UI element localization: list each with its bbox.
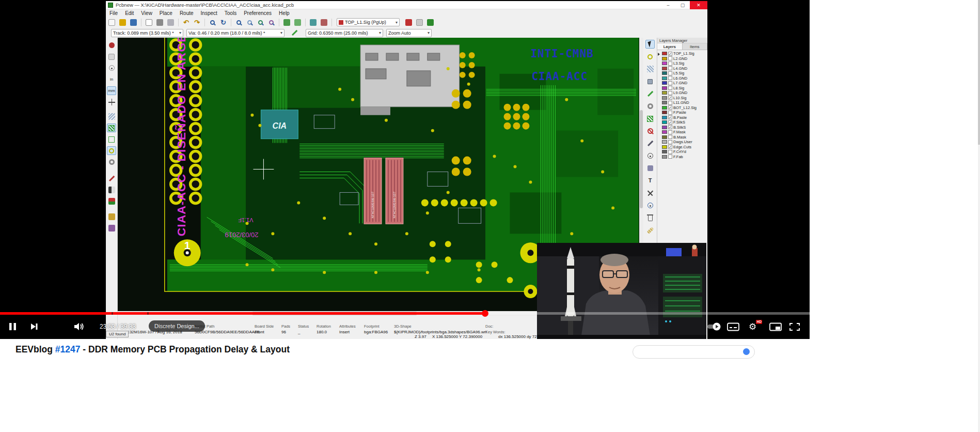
minimize-button[interactable]: –: [661, 1, 675, 9]
add-keepout-tool-icon[interactable]: [645, 127, 655, 135]
layer-color-swatch[interactable]: [662, 67, 667, 70]
redo-button[interactable]: ↷: [192, 18, 202, 27]
layer-row[interactable]: L6.GND: [657, 76, 707, 81]
menu-file[interactable]: File: [106, 10, 121, 16]
zoom-out-button[interactable]: [245, 18, 255, 27]
units-inches-button[interactable]: in: [107, 75, 116, 84]
layer-row[interactable]: L5.Sig: [657, 71, 707, 76]
layer-row[interactable]: L2.GND: [657, 56, 707, 61]
find-button[interactable]: [208, 18, 217, 27]
layer-color-swatch[interactable]: [662, 120, 667, 124]
layer-visibility-checkbox[interactable]: [668, 56, 672, 60]
maximize-button[interactable]: ▢: [675, 1, 690, 9]
layer-visibility-checkbox[interactable]: ✓: [668, 145, 672, 149]
menu-inspect[interactable]: Inspect: [197, 10, 221, 16]
board-setup-button[interactable]: [144, 18, 154, 27]
layer-row[interactable]: L11.GND: [657, 100, 707, 105]
local-ratsnest-tool-icon[interactable]: [645, 65, 655, 73]
active-layer-dropdown[interactable]: TOP_L1.Sig (PgUp) ▾: [337, 18, 400, 26]
layer-row[interactable]: F.Mask: [657, 130, 707, 135]
grid-origin-tool-icon[interactable]: [645, 201, 655, 210]
layer-visibility-checkbox[interactable]: [668, 71, 672, 75]
menu-preferences[interactable]: Preferences: [240, 10, 275, 16]
footprint-browser-button[interactable]: [293, 18, 303, 27]
add-via-tool-icon[interactable]: [645, 102, 655, 111]
layer-row[interactable]: L4.GND: [657, 66, 707, 71]
video-progress-bar[interactable]: [0, 312, 810, 315]
layer-visibility-checkbox[interactable]: ✓: [668, 96, 672, 100]
high-contrast-toggle-icon[interactable]: [107, 186, 116, 194]
layer-color-swatch[interactable]: [662, 140, 667, 144]
layers-manager-title[interactable]: Layers Manager: [657, 38, 707, 43]
layer-color-swatch[interactable]: [662, 91, 667, 95]
add-target-tool-icon[interactable]: [645, 151, 655, 160]
microwave-tools-icon[interactable]: [107, 212, 116, 221]
layer-visibility-checkbox[interactable]: ✓: [668, 115, 672, 119]
measure-tool-icon[interactable]: [645, 226, 655, 235]
open-board-button[interactable]: [118, 18, 128, 27]
layer-visibility-checkbox[interactable]: [668, 130, 672, 134]
units-mm-button[interactable]: mm: [107, 86, 116, 95]
layer-visibility-checkbox[interactable]: ✓: [668, 120, 672, 125]
autoplay-toggle[interactable]: [707, 322, 721, 333]
kicad-titlebar[interactable]: Pcbnew — X:\KiCAD\Hardware-master\PCB\AC…: [106, 1, 707, 9]
layer-visibility-checkbox[interactable]: [668, 81, 672, 85]
floating-pill[interactable]: [633, 345, 755, 359]
layer-visibility-checkbox[interactable]: [668, 150, 672, 154]
layer-visibility-checkbox[interactable]: [668, 101, 672, 105]
refresh-button[interactable]: ↻: [218, 18, 228, 27]
zone-display-toggle-icon[interactable]: [107, 124, 116, 132]
layers-pair-icon[interactable]: [107, 197, 116, 206]
plot-button[interactable]: [155, 18, 165, 27]
layer-row[interactable]: ✓L10.Sig: [657, 96, 707, 101]
print-button[interactable]: [166, 18, 176, 27]
menu-tools[interactable]: Tools: [221, 10, 240, 16]
new-board-button[interactable]: [107, 18, 117, 27]
layer-visibility-checkbox[interactable]: ✓: [668, 105, 672, 110]
layer-row[interactable]: ✓Edge.Cuts: [657, 145, 707, 150]
zoom-level-dropdown[interactable]: Zoom Auto▾: [386, 29, 432, 37]
3d-viewer-button[interactable]: [425, 18, 435, 27]
layer-row[interactable]: L8.Sig: [657, 86, 707, 91]
via-sketch-toggle-icon[interactable]: [107, 158, 116, 166]
layer-visibility-checkbox[interactable]: [668, 135, 672, 139]
drc-toggle-icon[interactable]: [107, 41, 116, 50]
layer-color-swatch[interactable]: [662, 96, 667, 100]
layer-color-swatch[interactable]: [662, 155, 667, 159]
tab-items[interactable]: Items: [683, 43, 708, 50]
ratsnest-toggle-icon[interactable]: [107, 112, 116, 121]
layer-visibility-checkbox[interactable]: [668, 111, 672, 115]
fullscreen-button[interactable]: [789, 322, 801, 333]
vscrollbar-thumb[interactable]: [640, 110, 643, 208]
track-width-dropdown[interactable]: Track: 0.089 mm (3.50 mils) *▾: [111, 29, 183, 37]
layer-color-swatch[interactable]: [662, 116, 667, 119]
menu-route[interactable]: Route: [176, 10, 197, 16]
add-graphic-line-tool-icon[interactable]: [645, 139, 655, 148]
track-sketch-toggle-icon[interactable]: [107, 174, 116, 183]
layer-row[interactable]: B.Mask: [657, 135, 707, 140]
layer-color-swatch[interactable]: [662, 86, 667, 90]
layer-color-swatch[interactable]: [662, 101, 667, 104]
layer-color-swatch[interactable]: [662, 81, 667, 85]
layer-color-swatch[interactable]: [662, 145, 667, 149]
layer-color-swatch[interactable]: [662, 71, 667, 75]
layer-visibility-checkbox[interactable]: [668, 86, 672, 90]
zoom-in-button[interactable]: [234, 18, 244, 27]
layer-visibility-checkbox[interactable]: ✓: [668, 52, 672, 56]
layer-row[interactable]: L7.GND: [657, 81, 707, 86]
add-text-tool-icon[interactable]: T: [645, 176, 655, 185]
add-dimension-tool-icon[interactable]: [645, 189, 655, 197]
layer-visibility-checkbox[interactable]: ✓: [668, 125, 672, 129]
menu-edit[interactable]: Edit: [121, 10, 137, 16]
layer-row[interactable]: ✓BOT_L12.Sig: [657, 105, 707, 111]
close-button[interactable]: ✕: [690, 1, 707, 9]
layer-color-swatch[interactable]: [662, 76, 667, 80]
cursor-shape-toggle-icon[interactable]: [107, 98, 116, 106]
chapter-label[interactable]: Discrete Design...: [149, 320, 205, 332]
layer-row[interactable]: ✓F.SilkS: [657, 120, 707, 125]
layer-row[interactable]: L3.Sig: [657, 61, 707, 66]
miniplayer-button[interactable]: [769, 322, 782, 333]
highlight-net-tool-icon[interactable]: [645, 52, 655, 61]
layer-row[interactable]: ✓TOP_L1.Sig: [657, 51, 707, 56]
layer-color-swatch[interactable]: [662, 57, 667, 60]
